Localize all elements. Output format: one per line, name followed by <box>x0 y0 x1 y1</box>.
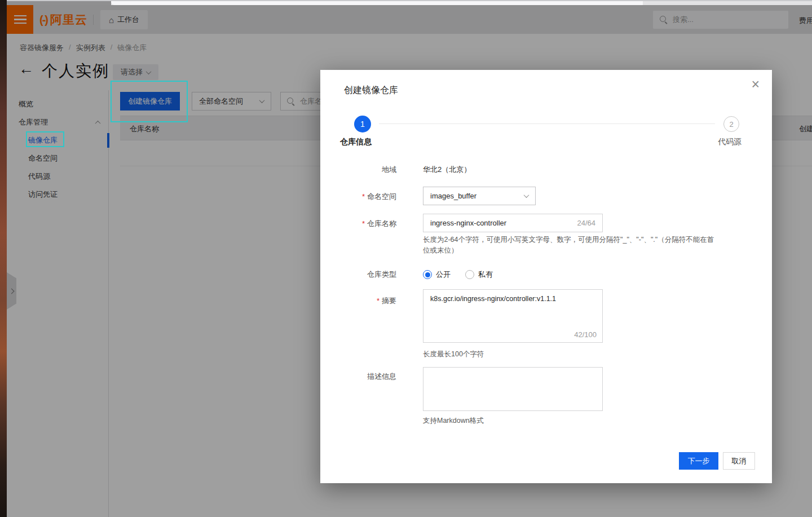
summary-value: k8s.gcr.io/ingress-nginx/controller:v1.1… <box>430 295 556 303</box>
region-label: 地域 <box>337 165 396 175</box>
repo-type-label: 仓库类型 <box>337 269 396 280</box>
step-2-label: 代码源 <box>718 137 742 147</box>
region-value: 华北2（北京） <box>423 165 471 175</box>
browser-strip-left <box>7 1 111 5</box>
create-repo-modal: 创建镜像仓库 × 1 2 仓库信息 代码源 地域 华北2（北京） *命名空间 i… <box>320 70 772 483</box>
summary-textarea[interactable]: k8s.gcr.io/ingress-nginx/controller:v1.1… <box>423 289 603 343</box>
cancel-button[interactable]: 取消 <box>723 452 755 470</box>
step-1-label: 仓库信息 <box>340 137 372 147</box>
required-mark: * <box>362 219 365 228</box>
step-1-circle: 1 <box>354 116 371 132</box>
namespace-label: *命名空间 <box>337 192 396 202</box>
annotation-box-create-button <box>111 81 188 122</box>
annotation-box-sidebar-item <box>26 131 64 147</box>
repo-name-hint: 长度为2-64个字符，可使用小写英文字母、数字，可使用分隔符"_"、"-"、".… <box>423 235 721 255</box>
modal-title: 创建镜像仓库 <box>344 85 398 96</box>
description-textarea[interactable] <box>423 367 603 411</box>
repo-name-input[interactable]: ingress-nginx-controller 24/64 <box>423 214 603 232</box>
repo-name-counter: 24/64 <box>577 219 595 227</box>
summary-label: *摘要 <box>337 296 396 306</box>
desktop-wallpaper-strip <box>0 0 7 517</box>
close-icon[interactable]: × <box>751 77 760 91</box>
radio-public[interactable]: 公开 <box>423 269 451 280</box>
radio-unselected-icon <box>465 270 474 279</box>
next-step-button[interactable]: 下一步 <box>679 452 718 470</box>
description-hint: 支持Markdown格式 <box>423 416 484 426</box>
step-connector-line <box>379 123 715 124</box>
repo-name-value: ingress-nginx-controller <box>430 219 506 227</box>
summary-counter: 42/100 <box>574 330 597 339</box>
radio-selected-icon <box>423 270 432 279</box>
step-2-circle: 2 <box>723 116 739 132</box>
radio-private-label: 私有 <box>478 269 493 280</box>
summary-hint: 长度最长100个字符 <box>423 349 484 360</box>
repo-type-radio-group: 公开 私有 <box>423 269 493 280</box>
namespace-select-value: images_buffer <box>430 192 476 200</box>
radio-private[interactable]: 私有 <box>465 269 493 280</box>
chevron-down-icon <box>524 192 529 198</box>
repo-name-label: *仓库名称 <box>337 219 396 229</box>
screen: (-) 阿里云 ⌂ 工作台 搜索... 费用 容器镜像服务 / 实例列表 / 镜… <box>0 0 812 517</box>
required-mark: * <box>377 297 379 305</box>
radio-public-label: 公开 <box>436 269 451 280</box>
browser-strip-tab <box>111 1 643 5</box>
namespace-select[interactable]: images_buffer <box>423 187 536 205</box>
required-mark: * <box>362 192 365 201</box>
description-label: 描述信息 <box>337 372 396 382</box>
